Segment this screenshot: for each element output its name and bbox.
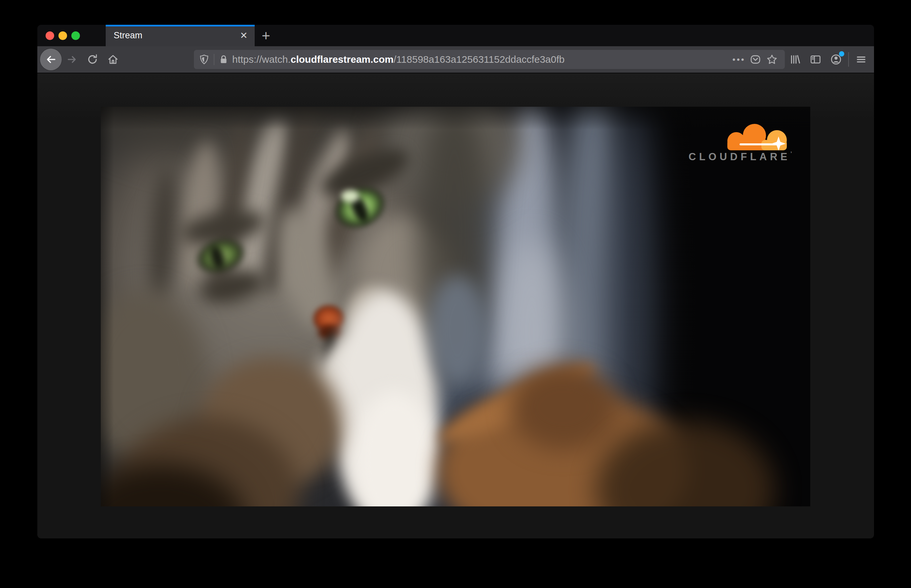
cloudflare-logo: CLOUDFLARE’ [684, 124, 796, 163]
home-button[interactable] [103, 49, 123, 70]
bookmark-star-button[interactable] [764, 51, 780, 68]
url-scheme: https://watch. [232, 54, 291, 65]
window-close-button[interactable] [45, 31, 54, 40]
library-button[interactable] [785, 49, 805, 70]
frame-left-shade [101, 107, 114, 506]
urlbar-separator [214, 54, 214, 65]
url-text[interactable]: https://watch.cloudflarestream.com/11859… [232, 54, 564, 65]
cat-shoulder-shadow [428, 275, 487, 384]
tab-title: Stream [114, 25, 142, 46]
cloudflare-cloud-icon [722, 124, 795, 150]
sidebar-button[interactable] [805, 49, 826, 70]
back-button[interactable] [40, 48, 62, 70]
toolbar-separator [848, 52, 849, 67]
cat-body-upper [510, 364, 616, 450]
account-button[interactable] [826, 49, 846, 70]
trademark-mark: ’ [790, 151, 792, 157]
navigation-toolbar: https://watch.cloudflarestream.com/11859… [37, 46, 874, 73]
back-icon [45, 53, 57, 66]
tracking-protection-shield-icon[interactable] [199, 54, 210, 65]
pocket-icon [749, 53, 761, 65]
address-bar[interactable]: https://watch.cloudflarestream.com/11859… [194, 50, 785, 69]
tab-close-icon[interactable]: ✕ [237, 29, 250, 42]
forward-button[interactable] [62, 49, 82, 70]
hamburger-icon [855, 53, 867, 65]
ellipsis-icon: ••• [732, 55, 745, 64]
reload-icon [87, 53, 99, 65]
url-path: /118598a163a125631152ddaccfe3a0fb [394, 54, 565, 65]
menu-button[interactable] [851, 49, 871, 70]
tab-strip: Stream ✕ + [37, 25, 874, 46]
url-host: cloudflarestream.com [291, 54, 394, 65]
star-icon [766, 53, 778, 65]
video-frame-cat: CLOUDFLARE’ [101, 107, 810, 506]
tab-stream[interactable]: Stream ✕ [106, 25, 255, 46]
window-minimize-button[interactable] [58, 31, 67, 40]
lock-icon[interactable] [218, 54, 229, 65]
window-zoom-button[interactable] [71, 31, 80, 40]
new-tab-button[interactable]: + [257, 27, 275, 44]
library-icon [789, 53, 801, 65]
video-player[interactable]: CLOUDFLARE’ [101, 107, 810, 506]
pocket-button[interactable] [747, 51, 764, 68]
page-actions-button[interactable]: ••• [731, 51, 747, 68]
forward-icon [66, 53, 78, 65]
sidebar-icon [809, 53, 822, 65]
page-content: CLOUDFLARE’ [37, 73, 874, 538]
browser-window: Stream ✕ + [37, 25, 874, 538]
home-icon [107, 53, 119, 65]
cloudflare-wordmark: CLOUDFLARE’ [684, 151, 796, 163]
cat-eye-highlight [341, 190, 359, 202]
window-controls [45, 25, 80, 46]
notification-dot [839, 51, 844, 57]
reload-button[interactable] [82, 49, 103, 70]
